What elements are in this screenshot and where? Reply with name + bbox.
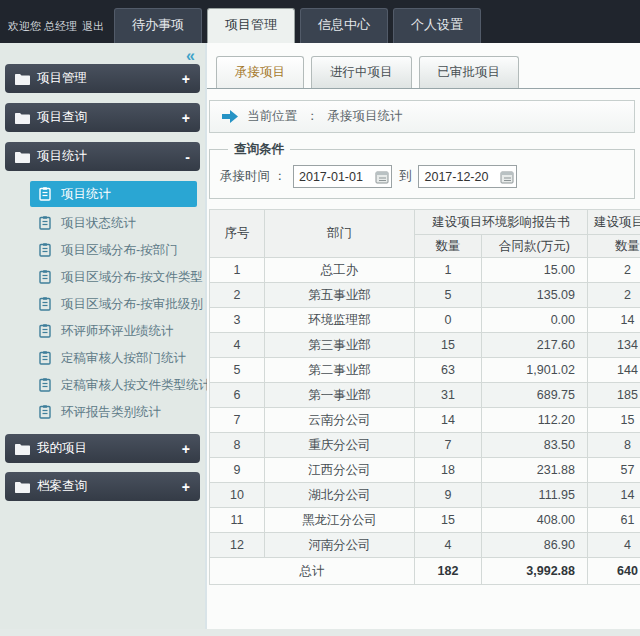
expand-icon: + [182, 479, 190, 495]
cell-dept: 江西分公司 [265, 458, 415, 483]
tab-info-center[interactable]: 信息中心 [300, 8, 388, 43]
tab-undertaken-projects[interactable]: 承接项目 [216, 56, 304, 88]
date-to-input[interactable] [424, 170, 498, 184]
sidebar-item-label: 定稿审核人按文件类型统计 [61, 377, 211, 394]
sidebar-section-my-projects[interactable]: 我的项目 + [5, 434, 200, 463]
col-header-amount: 合同款(万元) [482, 235, 588, 258]
total-amount: 3,992.88 [482, 558, 588, 585]
sidebar-item-label: 环评师环评业绩统计 [61, 323, 174, 340]
sidebar-item[interactable]: 项目区域分布-按部门 [30, 237, 197, 263]
cell-no: 12 [210, 533, 265, 558]
statistics-table: 序号 部门 建设项目环境影响报告书 建设项目环境影响报告表 数量 合同款(万元)… [209, 209, 640, 585]
document-icon [39, 405, 51, 419]
sidebar-item[interactable]: 项目状态统计 [30, 210, 197, 236]
sidebar-section-project-statistics[interactable]: 项目统计 - [5, 142, 200, 171]
cell-qty: 63 [415, 358, 482, 383]
sidebar-item[interactable]: 项目区域分布-按审批级别 [30, 291, 197, 317]
cell-amount: 111.95 [482, 483, 588, 508]
cell-no: 5 [210, 358, 265, 383]
cell-qty: 5 [415, 283, 482, 308]
date-from-wrapper [293, 165, 392, 188]
sidebar-item[interactable]: 项目区域分布-按文件类型 [30, 264, 197, 290]
table-row: 6第一事业部31689.75185 [210, 383, 640, 408]
expand-icon: + [182, 110, 190, 126]
collapse-sidebar-icon[interactable]: « [186, 47, 195, 65]
document-icon [39, 378, 51, 392]
cell-dept: 湖北分公司 [265, 483, 415, 508]
section-label: 档案查询 [37, 478, 182, 495]
cell-amount: 0.00 [482, 308, 588, 333]
arrow-right-icon [222, 110, 238, 123]
tab-personal-settings[interactable]: 个人设置 [393, 8, 481, 43]
cell-qty: 0 [415, 308, 482, 333]
cell-qty: 14 [415, 408, 482, 433]
sidebar-item[interactable]: 定稿审核人按部门统计 [30, 345, 197, 371]
tab-in-progress-projects[interactable]: 进行中项目 [311, 56, 412, 88]
table-row: 1总工办115.002 [210, 258, 640, 283]
date-range-label: 承接时间 ： [220, 168, 286, 185]
expand-icon: + [182, 71, 190, 87]
cell-qty: 15 [415, 508, 482, 533]
bottom-strip [0, 629, 640, 636]
cell-amount: 15.00 [482, 258, 588, 283]
folder-icon [15, 73, 30, 85]
cell-qty: 4 [415, 533, 482, 558]
document-icon [39, 297, 51, 311]
cell-qty: 31 [415, 383, 482, 408]
expand-icon: + [182, 441, 190, 457]
document-icon [39, 270, 51, 284]
table-row: 12河南分公司486.904 [210, 533, 640, 558]
cell-qty2: 2 [588, 258, 640, 283]
cell-dept: 第二事业部 [265, 358, 415, 383]
cell-no: 3 [210, 308, 265, 333]
tab-todo[interactable]: 待办事项 [114, 8, 202, 43]
welcome-text: 欢迎您 总经理退出 [0, 19, 110, 43]
col-header-qty: 数量 [415, 235, 482, 258]
sidebar-item[interactable]: 环评师环评业绩统计 [30, 318, 197, 344]
breadcrumb: 当前位置 ： 承接项目统计 [209, 100, 635, 133]
cell-amount: 83.50 [482, 433, 588, 458]
cell-no: 8 [210, 433, 265, 458]
cell-qty2: 144 [588, 358, 640, 383]
tab-approved-projects[interactable]: 已审批项目 [419, 56, 520, 88]
calendar-icon[interactable] [500, 170, 514, 184]
cell-amount: 112.20 [482, 408, 588, 433]
section-label: 项目管理 [37, 70, 182, 87]
cell-dept: 环境监理部 [265, 308, 415, 333]
sidebar-item-selected[interactable]: 项目统计 [30, 181, 197, 207]
section-label: 项目查询 [37, 109, 182, 126]
cell-qty: 9 [415, 483, 482, 508]
sidebar-item-label: 定稿审核人按部门统计 [61, 350, 186, 367]
folder-icon [15, 443, 30, 455]
sidebar-section-project-management[interactable]: 项目管理 + [5, 64, 200, 93]
query-legend: 查询条件 [228, 141, 290, 158]
sidebar-section-archive-query[interactable]: 档案查询 + [5, 472, 200, 501]
sidebar-item-label: 环评报告类别统计 [61, 404, 161, 421]
query-conditions-panel: 查询条件 承接时间 ： 到 [209, 141, 635, 199]
sidebar-item[interactable]: 环评报告类别统计 [30, 399, 197, 425]
col-group-report-book: 建设项目环境影响报告书 [415, 210, 588, 235]
sidebar-section-project-query[interactable]: 项目查询 + [5, 103, 200, 132]
cell-no: 7 [210, 408, 265, 433]
document-icon [39, 243, 51, 257]
logout-link[interactable]: 退出 [82, 20, 104, 32]
total-qty: 182 [415, 558, 482, 585]
date-to-wrapper [418, 165, 517, 188]
date-from-input[interactable] [299, 170, 373, 184]
cell-qty2: 15 [588, 408, 640, 433]
cell-no: 10 [210, 483, 265, 508]
tab-project-management[interactable]: 项目管理 [207, 8, 295, 43]
cell-qty2: 8 [588, 433, 640, 458]
folder-icon [15, 112, 30, 124]
table-row: 8重庆分公司783.508 [210, 433, 640, 458]
query-row: 承接时间 ： 到 [220, 165, 624, 188]
main-content: 承接项目 进行中项目 已审批项目 当前位置 ： 承接项目统计 查询条件 承接时间… [207, 43, 640, 629]
cell-qty: 15 [415, 333, 482, 358]
cell-amount: 231.88 [482, 458, 588, 483]
sidebar-item[interactable]: 定稿审核人按文件类型统计 [30, 372, 197, 398]
calendar-icon[interactable] [375, 170, 389, 184]
col-group-report-form: 建设项目环境影响报告表 [588, 210, 640, 235]
table-row: 7云南分公司14112.2015 [210, 408, 640, 433]
cell-qty2: 4 [588, 533, 640, 558]
cell-dept: 河南分公司 [265, 533, 415, 558]
